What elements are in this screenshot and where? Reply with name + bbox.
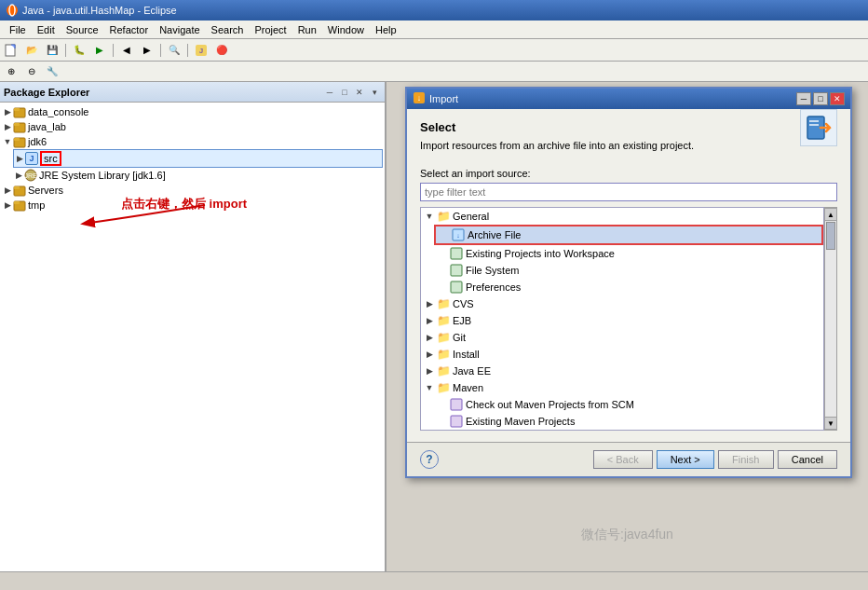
svg-rect-25 (451, 248, 462, 259)
menu-refactor[interactable]: Refactor (104, 22, 155, 37)
dialog-body: Select Import resources from an archive … (407, 109, 850, 442)
scrollbar-down-btn[interactable]: ▼ (824, 417, 837, 430)
menu-window[interactable]: Window (322, 22, 370, 37)
tree-item-jdk6[interactable]: ▼ jdk6 (2, 134, 383, 149)
dialog-title-left: ↓ Import (413, 91, 458, 106)
svg-rect-6 (14, 108, 20, 111)
dialog-tree[interactable]: ▼ 📁 General ↓ Archive File (420, 207, 824, 431)
tree-item-servers[interactable]: ▶ Servers (2, 183, 383, 198)
tree-item-java-lab[interactable]: ▶ java_lab (2, 119, 383, 134)
dtree-preferences[interactable]: Preferences (434, 279, 823, 295)
scrollbar-track[interactable] (825, 221, 836, 417)
view-menu-btn[interactable]: ▾ (368, 86, 381, 99)
arrow-maven-check (436, 400, 449, 409)
tb2-btn2[interactable]: ⊖ (22, 63, 41, 80)
dialog-maximize-btn[interactable]: □ (813, 92, 828, 105)
menu-search[interactable]: Search (206, 22, 250, 37)
dtree-existing-projects[interactable]: Existing Projects into Workspace (434, 245, 823, 262)
dtree-git[interactable]: ▶ 📁 Git (421, 329, 823, 346)
open-btn[interactable]: 📂 (22, 42, 41, 59)
dialog-title-text: Import (429, 93, 458, 104)
sep1 (65, 44, 66, 57)
status-bar (0, 571, 868, 590)
svg-rect-29 (451, 416, 462, 427)
menu-project[interactable]: Project (249, 22, 292, 37)
finish-btn-dialog[interactable]: Finish (718, 450, 774, 469)
menu-navigate[interactable]: Navigate (154, 22, 205, 37)
dialog-close-btn[interactable]: ✕ (830, 92, 845, 105)
menu-help[interactable]: Help (370, 22, 402, 37)
dtree-cvs[interactable]: ▶ 📁 CVS (421, 295, 823, 312)
svg-rect-14 (14, 186, 20, 189)
icon-tmp (13, 199, 26, 212)
label-ejb: EJB (453, 315, 471, 326)
help-btn[interactable]: ? (420, 450, 439, 469)
back-btn[interactable]: ◀ (117, 42, 136, 59)
menu-source[interactable]: Source (61, 22, 104, 37)
dtree-maven-check[interactable]: Check out Maven Projects from SCM (434, 396, 823, 413)
filter-input[interactable] (420, 183, 837, 201)
label-cvs: CVS (453, 298, 474, 309)
dialog-minimize-btn[interactable]: ─ (796, 92, 811, 105)
dtree-ejb[interactable]: ▶ 📁 EJB (421, 312, 823, 329)
java-persp[interactable]: J (192, 42, 210, 59)
menu-run[interactable]: Run (292, 22, 322, 37)
dtree-install[interactable]: ▶ 📁 Install (421, 346, 823, 363)
menu-edit[interactable]: Edit (32, 22, 61, 37)
package-explorer-tree[interactable]: ▶ data_console ▶ java_lab ▼ j (0, 103, 385, 571)
title-bar: Java - java.util.HashMap - Eclipse (0, 0, 868, 21)
tree-item-jre[interactable]: ▶ JRE JRE System Library [jdk1.6] (13, 168, 383, 183)
tree-item-src[interactable]: ▶ J src (13, 149, 383, 168)
arrow-jre: ▶ (13, 170, 24, 181)
back-btn-dialog[interactable]: < Back (593, 450, 653, 469)
tree-item-data-console[interactable]: ▶ data_console (2, 104, 383, 119)
dialog-title-controls: ─ □ ✕ (796, 92, 845, 105)
fwd-btn[interactable]: ▶ (138, 42, 156, 59)
minimize-view-btn[interactable]: ─ (323, 86, 336, 99)
tb2-btn3[interactable]: 🔧 (43, 63, 61, 80)
label-maven-existing: Existing Maven Projects (466, 416, 575, 427)
arrow-git: ▶ (423, 333, 436, 342)
cancel-btn-dialog[interactable]: Cancel (778, 450, 837, 469)
menu-file[interactable]: File (4, 22, 32, 37)
close-view-btn[interactable]: ✕ (353, 86, 366, 99)
icon-file-system (449, 264, 464, 277)
icon-install: 📁 (436, 348, 451, 361)
label-tmp: tmp (28, 199, 45, 211)
dtree-file-system[interactable]: File System (434, 262, 823, 279)
dtree-general[interactable]: ▼ 📁 General (421, 208, 823, 225)
label-jre: JRE System Library [jdk1.6] (39, 170, 166, 181)
tree-item-tmp[interactable]: ▶ tmp (2, 198, 383, 213)
icon-existing-projects (449, 247, 464, 260)
debug-btn[interactable]: 🐛 (70, 42, 88, 59)
dtree-maven[interactable]: ▼ 📁 Maven (421, 379, 823, 396)
dtree-archive-file[interactable]: ↓ Archive File (434, 225, 823, 245)
dtree-java-ee[interactable]: ▶ 📁 Java EE (421, 363, 823, 379)
label-git: Git (453, 332, 466, 343)
tb2-btn1[interactable]: ⊕ (2, 63, 20, 80)
label-file-system: File System (466, 265, 519, 276)
icon-maven: 📁 (436, 381, 451, 394)
debug-persp[interactable]: 🔴 (212, 42, 231, 59)
run-btn[interactable]: ▶ (90, 42, 109, 59)
icon-src: J (25, 152, 38, 165)
save-btn[interactable]: 💾 (43, 42, 61, 59)
import-icon-large (800, 109, 837, 146)
right-panel: ↓ Import ─ □ ✕ (387, 82, 868, 571)
svg-rect-27 (451, 281, 462, 293)
arrow-servers: ▶ (2, 185, 13, 196)
panel-title: Package Explorer (4, 87, 323, 98)
scrollbar-up-btn[interactable]: ▲ (824, 208, 837, 221)
label-maven-check: Check out Maven Projects from SCM (466, 399, 634, 410)
dialog-scrollbar[interactable]: ▲ ▼ (824, 207, 837, 431)
search-btn[interactable]: 🔍 (165, 42, 183, 59)
label-archive-file: Archive File (468, 229, 521, 240)
sep3 (160, 44, 161, 57)
dtree-maven-existing[interactable]: Existing Maven Projects (434, 413, 823, 430)
label-servers: Servers (28, 185, 63, 196)
dialog-section-title: Select (420, 120, 837, 134)
new-btn[interactable] (2, 42, 20, 59)
next-btn-dialog[interactable]: Next > (657, 450, 714, 469)
maximize-view-btn[interactable]: □ (338, 86, 351, 99)
scrollbar-thumb[interactable] (826, 222, 835, 250)
